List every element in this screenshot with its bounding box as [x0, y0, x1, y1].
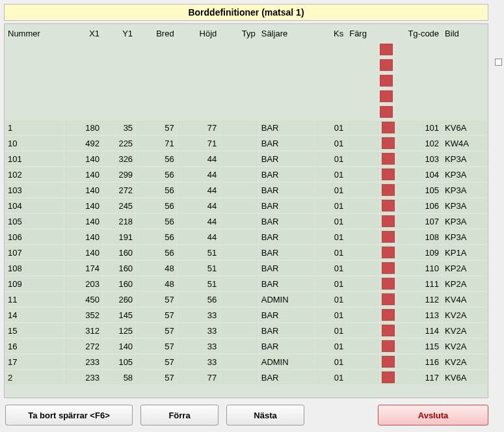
cell-x1[interactable]: 272	[64, 339, 102, 353]
cell-tg[interactable]: 106	[397, 198, 442, 213]
cell-tg[interactable]: 117	[397, 370, 442, 385]
cell-x1[interactable]: 312	[64, 323, 102, 338]
cell-saljare[interactable]: BAR	[259, 167, 315, 182]
cell-typ[interactable]	[220, 214, 258, 228]
cell-nummer[interactable]: 101	[5, 152, 64, 166]
cell-x1[interactable]: 140	[64, 152, 102, 166]
cell-nummer[interactable]: 109	[5, 277, 64, 291]
cell-farg[interactable]	[347, 292, 379, 306]
cell-typ[interactable]	[220, 370, 258, 385]
cell-nummer[interactable]: 102	[5, 167, 64, 182]
cell-saljare[interactable]: BAR	[259, 370, 315, 385]
cell-tg[interactable]: 103	[397, 152, 442, 166]
cell-tg[interactable]: 101	[397, 120, 442, 135]
cell-ks[interactable]: 01	[315, 370, 346, 385]
cell-bild[interactable]: KP3A	[442, 198, 487, 213]
col-saljare[interactable]: Säljare	[259, 25, 315, 41]
cell-swatch[interactable]	[380, 339, 396, 353]
cell-saljare[interactable]: BAR	[259, 230, 315, 244]
cell-swatch[interactable]	[380, 230, 396, 244]
cell-saljare[interactable]: BAR	[259, 245, 315, 260]
cell-tg[interactable]: 108	[397, 230, 442, 244]
table-row[interactable]: 104922257171BAR01102KW4A	[5, 136, 487, 150]
cell-y1[interactable]: 225	[103, 136, 135, 150]
cell-y1[interactable]: 105	[103, 355, 135, 369]
cell-hojd[interactable]: 33	[178, 308, 220, 322]
cell-bild[interactable]: KV2A	[442, 323, 487, 338]
color-swatch[interactable]	[382, 278, 395, 290]
cell-tg[interactable]: 114	[397, 323, 442, 338]
col-x1[interactable]: X1	[64, 25, 102, 41]
cell-typ[interactable]	[220, 355, 258, 369]
cell-bred[interactable]: 57	[136, 120, 177, 135]
cell-typ[interactable]	[220, 183, 258, 197]
cell-ks[interactable]: 01	[315, 198, 346, 213]
cell-typ[interactable]	[220, 230, 258, 244]
cell-nummer[interactable]: 10	[5, 136, 64, 150]
cell-farg[interactable]	[347, 277, 379, 291]
cell-x1[interactable]: 140	[64, 245, 102, 260]
cell-hojd[interactable]: 56	[178, 292, 220, 306]
cell-bred[interactable]: 57	[136, 370, 177, 385]
cell-y1[interactable]: 160	[103, 245, 135, 260]
col-ks[interactable]: Ks	[315, 25, 346, 41]
cell-x1[interactable]: 203	[64, 277, 102, 291]
cell-bild[interactable]: KW4A	[442, 136, 487, 150]
table-row[interactable]: 162721405733BAR01115KV2A	[5, 339, 487, 353]
cell-typ[interactable]	[220, 277, 258, 291]
cell-farg[interactable]	[347, 214, 379, 228]
cell-ks[interactable]: 01	[315, 230, 346, 244]
color-swatch[interactable]	[382, 325, 395, 336]
cell-swatch[interactable]	[380, 261, 396, 275]
cell-tg[interactable]: 102	[397, 136, 442, 150]
color-swatch[interactable]	[380, 106, 393, 118]
cell-ks[interactable]: 01	[315, 277, 346, 291]
cell-y1[interactable]: 218	[103, 214, 135, 228]
cell-bred[interactable]: 56	[136, 198, 177, 213]
cell-bild[interactable]: KP2A	[442, 261, 487, 275]
cell-x1[interactable]: 492	[64, 136, 102, 150]
cell-swatch[interactable]	[380, 245, 396, 260]
cell-y1[interactable]: 245	[103, 198, 135, 213]
col-farg[interactable]: Färg	[347, 25, 379, 41]
cell-farg[interactable]	[347, 136, 379, 150]
cell-bred[interactable]: 56	[136, 245, 177, 260]
cell-hojd[interactable]: 44	[178, 152, 220, 166]
cell-saljare[interactable]: BAR	[259, 339, 315, 353]
table-row[interactable]: 143521455733BAR01113KV2A	[5, 308, 487, 322]
cell-farg[interactable]	[347, 167, 379, 182]
cell-nummer[interactable]: 1	[5, 120, 64, 135]
cell-bred[interactable]: 71	[136, 136, 177, 150]
cell-x1[interactable]: 140	[64, 183, 102, 197]
cell-ks[interactable]: 01	[315, 183, 346, 197]
cell-tg[interactable]: 105	[397, 183, 442, 197]
color-swatch[interactable]	[380, 44, 393, 55]
cell-saljare[interactable]: BAR	[259, 214, 315, 228]
cell-swatch[interactable]	[380, 167, 396, 182]
table-row[interactable]: 1051402185644BAR01107KP3A	[5, 214, 487, 228]
cell-nummer[interactable]: 2	[5, 370, 64, 385]
cell-saljare[interactable]: BAR	[259, 261, 315, 275]
cell-bild[interactable]: KP3A	[442, 152, 487, 166]
cell-swatch[interactable]	[380, 198, 396, 213]
color-swatch[interactable]	[382, 262, 395, 274]
cell-swatch[interactable]	[380, 152, 396, 166]
cell-swatch[interactable]	[380, 214, 396, 228]
color-swatch[interactable]	[382, 215, 395, 227]
table-row[interactable]: 1180355777BAR01101KV6A	[5, 120, 487, 135]
col-nummer[interactable]: Nummer	[5, 25, 64, 41]
cell-ks[interactable]: 01	[315, 323, 346, 338]
color-swatch[interactable]	[382, 169, 395, 180]
color-swatch[interactable]	[382, 122, 395, 133]
color-swatch[interactable]	[382, 371, 395, 383]
cell-x1[interactable]: 140	[64, 214, 102, 228]
cell-x1[interactable]: 352	[64, 308, 102, 322]
col-bred[interactable]: Bred	[136, 25, 177, 41]
cell-hojd[interactable]: 51	[178, 277, 220, 291]
cell-y1[interactable]: 145	[103, 308, 135, 322]
cell-bred[interactable]: 56	[136, 152, 177, 166]
cell-swatch[interactable]	[380, 120, 396, 135]
cell-x1[interactable]: 180	[64, 120, 102, 135]
cell-bild[interactable]: KV2A	[442, 339, 487, 353]
cell-x1[interactable]: 140	[64, 167, 102, 182]
